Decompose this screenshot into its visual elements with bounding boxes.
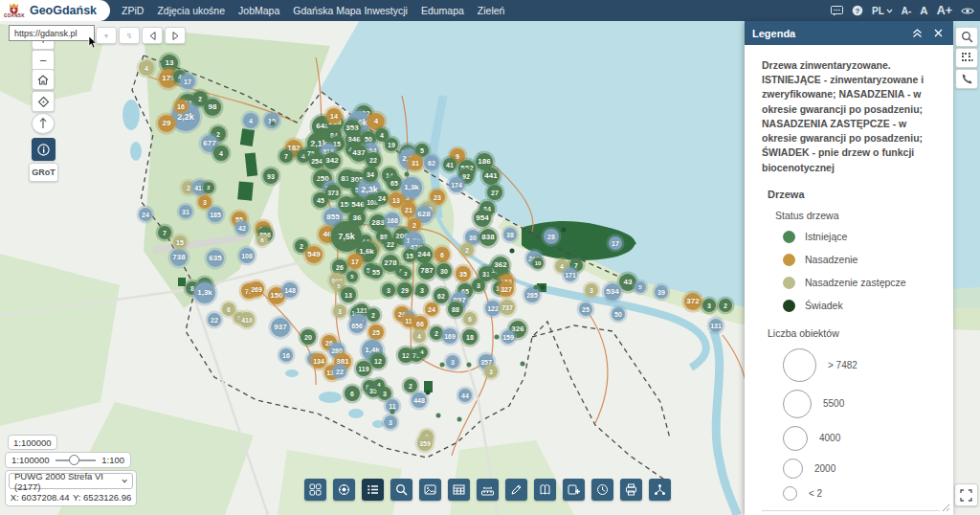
tree-cluster[interactable]: 62 xyxy=(424,155,439,170)
scale-slider-knob[interactable] xyxy=(69,455,79,465)
tree-point[interactable] xyxy=(534,285,539,290)
scale-select[interactable]: 1:100000 xyxy=(8,435,57,450)
info-button-active[interactable] xyxy=(32,138,56,161)
tree-cluster[interactable]: 21 xyxy=(401,202,416,217)
font-larger-button[interactable]: A+ xyxy=(937,4,952,17)
tree-cluster[interactable]: 3 xyxy=(198,195,212,209)
tree-cluster[interactable]: 62 xyxy=(434,288,449,303)
menu-item-edumapa[interactable]: Edumapa xyxy=(421,5,464,16)
tree-cluster[interactable]: 448 xyxy=(412,392,427,408)
tree-cluster[interactable]: 25 xyxy=(368,325,384,340)
tree-cluster[interactable]: 25 xyxy=(579,302,592,316)
history-tool-button[interactable] xyxy=(591,479,613,501)
tree-cluster[interactable]: 4 xyxy=(243,113,258,128)
tree-cluster[interactable]: 27 xyxy=(487,185,502,200)
legend-body[interactable]: Drzewa zinwentaryzowane. ISTNIEJĄCE - zi… xyxy=(745,45,953,515)
north-arrow-button[interactable] xyxy=(32,113,55,134)
tree-cluster[interactable]: 342 xyxy=(323,152,341,169)
tree-cluster[interactable]: 2 xyxy=(404,379,417,392)
tree-cluster[interactable]: 3 xyxy=(382,283,395,297)
tree-cluster[interactable]: 28 xyxy=(544,229,559,244)
tree-cluster[interactable]: 45 xyxy=(313,192,328,208)
measure-tool-button[interactable] xyxy=(477,479,499,501)
menu-item-zdj-cia-uko-ne[interactable]: Zdjęcia ukośne xyxy=(157,5,225,16)
tree-cluster[interactable]: 534 xyxy=(604,283,621,301)
menu-item-zpid[interactable]: ZPiD xyxy=(122,5,144,16)
tree-point[interactable] xyxy=(521,362,525,367)
tree-cluster[interactable]: 15 xyxy=(173,235,187,249)
toolbar-extra-button-1[interactable]: ▾ xyxy=(96,27,117,44)
tree-cluster[interactable]: 42 xyxy=(235,221,249,235)
grot-button[interactable]: GRoT xyxy=(29,163,58,182)
zoom-out-button[interactable]: − xyxy=(32,50,55,71)
tree-cluster[interactable]: 254 xyxy=(309,153,324,168)
tree-cluster[interactable]: 16 xyxy=(174,100,188,113)
tree-point[interactable] xyxy=(510,249,515,254)
tree-cluster[interactable]: 362 xyxy=(492,257,509,274)
tree-cluster[interactable]: 787 xyxy=(418,262,435,280)
tree-cluster[interactable]: 4 xyxy=(213,146,229,161)
tree-cluster[interactable]: 2 xyxy=(430,326,443,340)
tree-point[interactable] xyxy=(495,335,500,340)
feedback-icon[interactable] xyxy=(831,6,843,16)
tree-cluster[interactable]: 5 xyxy=(635,281,646,293)
tree-cluster[interactable]: 38 xyxy=(503,228,517,241)
menu-item-ziele-[interactable]: Zieleń xyxy=(478,5,505,16)
close-icon[interactable] xyxy=(930,26,946,41)
help-icon[interactable]: ? xyxy=(852,5,863,16)
tree-cluster[interactable]: 134 xyxy=(311,353,326,369)
tree-cluster[interactable]: 50 xyxy=(612,307,625,321)
add-data-tool-button[interactable] xyxy=(563,479,585,501)
tree-cluster[interactable]: 15 xyxy=(403,249,416,262)
tree-point[interactable] xyxy=(405,172,410,177)
tree-cluster[interactable]: 7 xyxy=(158,226,171,239)
tree-cluster[interactable]: 19 xyxy=(385,138,398,151)
tree-cluster[interactable]: 372 xyxy=(684,293,702,310)
tree-cluster[interactable]: 2 xyxy=(408,218,421,232)
tree-cluster[interactable]: 17 xyxy=(180,74,195,89)
tree-cluster[interactable]: 3 xyxy=(484,365,498,378)
tree-point[interactable] xyxy=(415,291,420,296)
tree-cluster[interactable]: 4 xyxy=(139,60,154,76)
tree-cluster[interactable]: 93 xyxy=(263,168,278,184)
nav-back-button[interactable] xyxy=(142,27,163,44)
tree-cluster[interactable]: 7 xyxy=(279,149,293,163)
tree-cluster[interactable]: 171 xyxy=(564,268,577,281)
legend-tool-button[interactable] xyxy=(362,479,384,501)
tree-cluster[interactable]: 6 xyxy=(345,386,360,401)
tree-point[interactable] xyxy=(562,228,567,233)
tree-cluster[interactable]: 2 xyxy=(400,268,412,280)
tree-cluster[interactable]: 8 xyxy=(256,235,268,246)
tree-cluster[interactable]: 131 xyxy=(709,319,723,332)
tree-cluster[interactable]: 14 xyxy=(326,108,342,123)
tree-cluster[interactable]: 2 xyxy=(367,308,380,322)
tree-cluster[interactable]: 44 xyxy=(458,389,472,402)
tree-cluster[interactable]: 16 xyxy=(279,348,293,362)
tree-cluster[interactable]: 3 xyxy=(384,415,397,429)
tree-point[interactable] xyxy=(457,417,462,422)
tree-cluster[interactable]: 327 xyxy=(499,281,514,297)
tree-cluster[interactable]: 65 xyxy=(387,175,402,190)
tree-cluster[interactable]: 13 xyxy=(341,287,356,302)
tree-cluster[interactable]: 108 xyxy=(239,248,255,263)
tree-cluster[interactable]: 24 xyxy=(375,191,389,205)
tree-cluster[interactable]: 954 xyxy=(474,210,491,227)
tree-cluster[interactable]: 168 xyxy=(385,213,400,228)
tree-cluster[interactable]: 185 xyxy=(208,207,223,222)
tree-cluster[interactable]: 17 xyxy=(347,254,363,269)
crs-select[interactable]: PUWG 2000 Strefa VI (2177) xyxy=(9,473,133,489)
search-rail-button[interactable] xyxy=(955,27,978,47)
tree-cluster[interactable]: 2 xyxy=(460,243,474,257)
tree-cluster[interactable]: 3 xyxy=(378,387,391,400)
tree-cluster[interactable]: 55 xyxy=(369,265,383,279)
print-tool-button[interactable] xyxy=(620,479,642,501)
tree-cluster[interactable]: 24 xyxy=(425,302,438,316)
tree-cluster[interactable]: 1,3k xyxy=(401,177,422,198)
phone-rail-button[interactable] xyxy=(955,69,978,89)
tree-cluster[interactable]: 4 xyxy=(416,347,428,358)
tree-cluster[interactable]: 24 xyxy=(139,208,152,221)
tree-cluster[interactable]: 20 xyxy=(301,329,316,345)
tree-cluster[interactable]: 3 xyxy=(333,304,346,318)
tree-cluster[interactable]: 5 xyxy=(346,271,358,282)
collapse-icon[interactable] xyxy=(909,26,924,41)
